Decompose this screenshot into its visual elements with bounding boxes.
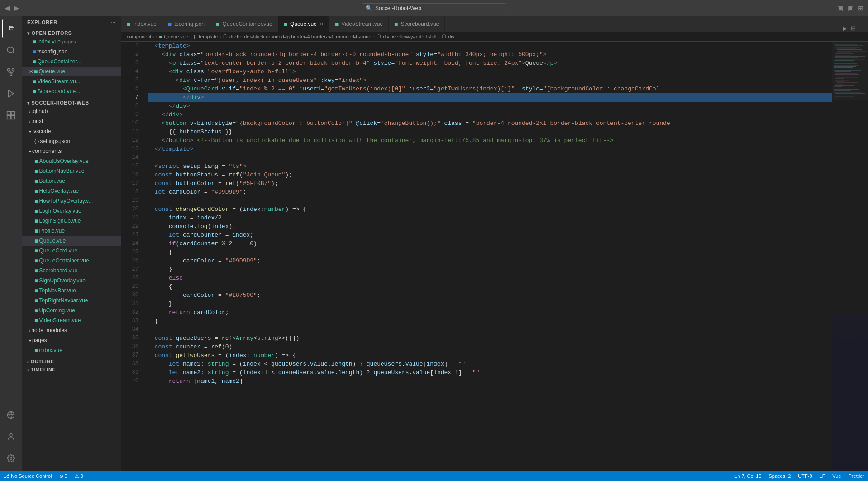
code-line-35: const queueUsers = ref<Array<string>>([]… bbox=[148, 334, 832, 343]
tab-queue-container[interactable]: ■ QueueContainer.vue bbox=[210, 16, 278, 32]
file-queuecontainer[interactable]: ■ QueueContainer.vue bbox=[22, 256, 121, 266]
language-status[interactable]: Vue bbox=[832, 473, 841, 479]
folder-nuxt[interactable]: › .nuxt bbox=[22, 116, 121, 126]
close-icon[interactable]: ✕ bbox=[29, 69, 33, 75]
project-section[interactable]: ▾ SOCCER-ROBOT-WEB bbox=[22, 98, 121, 106]
sidebar-more-icon[interactable]: ··· bbox=[110, 19, 116, 25]
tab-index-vue[interactable]: ■ index.vue bbox=[121, 16, 162, 32]
vue-icon: ■ bbox=[33, 78, 36, 85]
warnings-status[interactable]: ⚠ 0 bbox=[75, 473, 83, 479]
outline-label: OUTLINE bbox=[31, 359, 54, 364]
breadcrumb-queue-vue[interactable]: Queue.vue bbox=[164, 34, 188, 39]
tab-video-stream[interactable]: ■ VideoStream.vue bbox=[329, 16, 389, 32]
ln-23: 23 bbox=[121, 231, 144, 239]
open-editor-video-stream[interactable]: ■ VideoStream.vu... bbox=[22, 76, 121, 86]
file-queuecard[interactable]: ■ QueueCard.vue bbox=[22, 246, 121, 256]
file-loginsignup[interactable]: ■ LogInSignUp.vue bbox=[22, 216, 121, 226]
breadcrumb-template[interactable]: template bbox=[199, 34, 218, 39]
file-signupoverlay[interactable]: ■ SignUpOverlay.vue bbox=[22, 276, 121, 286]
back-button[interactable]: ◀ bbox=[5, 4, 10, 12]
folder-node-modules[interactable]: › node_modules bbox=[22, 325, 121, 335]
settings-icon[interactable] bbox=[2, 449, 20, 467]
file-name: Button.vue bbox=[39, 178, 65, 184]
breadcrumb-sep: › bbox=[373, 34, 375, 39]
ln-18: 18 bbox=[121, 188, 144, 196]
activity-extensions[interactable] bbox=[2, 106, 20, 124]
file-name: QueueContainer.vue bbox=[39, 257, 89, 264]
activity-explorer[interactable]: ⧉ bbox=[2, 19, 20, 38]
activity-bottom bbox=[2, 406, 20, 471]
split-editor-icon[interactable]: ⊟ bbox=[851, 25, 856, 32]
run-tab-icon[interactable]: ▶ bbox=[843, 25, 847, 32]
forward-button[interactable]: ▶ bbox=[14, 4, 19, 12]
file-scoreboard[interactable]: ■ Scoreboard.vue bbox=[22, 266, 121, 276]
ln-24: 24 bbox=[121, 239, 144, 248]
formatter-status[interactable]: Prettier bbox=[849, 473, 864, 479]
file-videostream[interactable]: ■ VideoStream.vue bbox=[22, 315, 121, 325]
file-queue[interactable]: ■ Queue.vue bbox=[22, 236, 121, 246]
layout-icon-2[interactable]: ▣ bbox=[848, 5, 854, 12]
remote-icon[interactable] bbox=[2, 406, 20, 424]
breadcrumb-div-last[interactable]: div bbox=[448, 34, 454, 39]
tab-scoreboard[interactable]: ■ Scoreboard.vue bbox=[389, 16, 445, 32]
code-editor[interactable]: <template> <div class="border-black roun… bbox=[144, 42, 832, 471]
outline-section[interactable]: › OUTLINE bbox=[22, 357, 121, 365]
more-actions-icon[interactable]: ··· bbox=[859, 25, 864, 32]
account-icon[interactable] bbox=[2, 428, 20, 446]
activity-source-control[interactable] bbox=[2, 63, 20, 81]
open-editors-section[interactable]: ▾ OPEN EDITORS bbox=[22, 29, 121, 37]
open-editor-queue-vue[interactable]: ✕ ■ Queue.vue bbox=[22, 67, 121, 76]
file-profile[interactable]: ■ Profile.vue bbox=[22, 226, 121, 236]
activity-search[interactable] bbox=[2, 41, 20, 59]
folder-github[interactable]: › .github bbox=[22, 106, 121, 116]
breadcrumb-components[interactable]: components bbox=[127, 34, 154, 39]
file-howtoplayoverlay[interactable]: ■ HowToPlayOverlay.v... bbox=[22, 196, 121, 206]
ln-26: 26 bbox=[121, 257, 144, 265]
file-toprightnavbar[interactable]: ■ TopRightNavbar.vue bbox=[22, 295, 121, 305]
line-ending-status[interactable]: LF bbox=[820, 473, 825, 479]
vue-icon: ■ bbox=[34, 257, 38, 264]
file-aboutusoverlay[interactable]: ■ AboutUsOverlay.vue bbox=[22, 156, 121, 166]
file-loginoverlay[interactable]: ■ LogInOverlay.vue bbox=[22, 206, 121, 216]
folder-pages[interactable]: ▾ pages bbox=[22, 335, 121, 345]
cursor-position[interactable]: Ln 7, Col 15 bbox=[734, 473, 761, 479]
breadcrumb-div-overflow[interactable]: div.overflow-y-auto.h-full bbox=[383, 34, 436, 39]
open-editor-tsconfig[interactable]: ■ tsconfig.json bbox=[22, 47, 121, 57]
file-bottomnavbar[interactable]: ■ BottomNavBar.vue bbox=[22, 166, 121, 176]
file-name: index.vue bbox=[39, 347, 62, 353]
tab-label: Scoreboard.vue bbox=[401, 21, 439, 27]
open-editor-queue-container[interactable]: ■ QueueContainer.... bbox=[22, 57, 121, 67]
encoding-status[interactable]: UTF-8 bbox=[798, 473, 812, 479]
tab-tsconfig[interactable]: ■ tsconfig.json bbox=[162, 16, 210, 32]
ln-32: 32 bbox=[121, 308, 144, 317]
file-settings-json[interactable]: { } settings.json bbox=[22, 136, 121, 146]
file-upcoming[interactable]: ■ UpComing.vue bbox=[22, 305, 121, 315]
tab-close-icon[interactable]: ✕ bbox=[320, 21, 324, 27]
file-button[interactable]: ■ Button.vue bbox=[22, 176, 121, 186]
timeline-section[interactable]: › TIMELINE bbox=[22, 365, 121, 373]
code-line-23: let cardCounter = index; bbox=[148, 231, 832, 239]
minimap[interactable] bbox=[832, 42, 868, 471]
spaces-status[interactable]: Spaces: 2 bbox=[768, 473, 791, 479]
layout-icon-3[interactable]: ⊞ bbox=[858, 5, 863, 12]
folder-components[interactable]: ▾ components bbox=[22, 146, 121, 156]
code-line-10: <button v-bind:style="{backgroundColor :… bbox=[148, 119, 832, 128]
ts-tab-icon: ■ bbox=[168, 20, 172, 28]
file-helpoverlay[interactable]: ■ HelpOverlay.vue bbox=[22, 186, 121, 196]
file-topnavbar[interactable]: ■ TopNavBar.vue bbox=[22, 286, 121, 295]
tab-queue-vue[interactable]: ■ Queue.vue ✕ bbox=[278, 16, 329, 32]
folder-vscode[interactable]: ▾ .vscode bbox=[22, 126, 121, 136]
source-control-status[interactable]: ⎇ No Source Control bbox=[4, 473, 52, 479]
open-editor-index-vue[interactable]: ■ index.vue pages bbox=[22, 37, 121, 47]
code-line-16: const buttonStatus = ref("Join Queue"); bbox=[148, 171, 832, 179]
breadcrumb-sep: › bbox=[219, 34, 221, 39]
layout-icon-1[interactable]: ▣ bbox=[837, 5, 843, 12]
activity-run-debug[interactable] bbox=[2, 85, 20, 103]
file-pages-index-vue[interactable]: ■ index.vue bbox=[22, 345, 121, 355]
search-bar[interactable]: 🔍 Soccer-Robot-Web bbox=[362, 3, 506, 13]
breadcrumb-div-border[interactable]: div.border-black.rounded-lg.border-4.bor… bbox=[229, 34, 371, 39]
errors-status[interactable]: ⊗ 0 bbox=[59, 473, 67, 479]
code-line-31: } bbox=[148, 300, 832, 308]
open-editor-scoreboard[interactable]: ■ Scoreboard.vue... bbox=[22, 86, 121, 96]
file-name: VideoStream.vu... bbox=[37, 78, 80, 85]
